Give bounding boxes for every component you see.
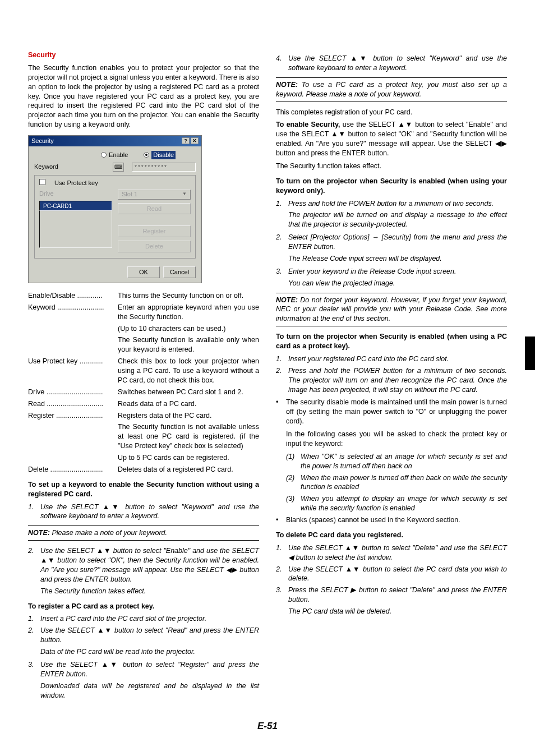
close-icon[interactable]: ✕	[191, 137, 199, 144]
section-title: Security	[28, 50, 259, 60]
titlebar: Security ? ✕	[29, 136, 201, 146]
note-3: NOTE: Do not forget your keyword. Howeve…	[276, 293, 507, 327]
bullet-icon: •	[276, 398, 286, 426]
disable-radio[interactable]: Disable	[144, 151, 186, 159]
note-1: NOTE: Please make a note of your keyword…	[28, 525, 259, 541]
dialog-title: Security	[31, 137, 54, 145]
bullet-icon: •	[276, 515, 286, 525]
slot-dropdown[interactable]: Slot 1 ▼	[118, 190, 191, 200]
keyboard-icon[interactable]: ⌨	[113, 163, 124, 172]
help-icon[interactable]: ?	[182, 137, 190, 144]
turnon-kw-heading: To turn on the projector when Security i…	[276, 177, 507, 196]
definitions: Enable/Disable .............This turns t…	[28, 291, 259, 474]
completes: This completes registration of your PC c…	[276, 108, 507, 117]
drive-label: Drive	[39, 190, 112, 198]
delete-button[interactable]: Delete	[118, 241, 191, 252]
pccard-list[interactable]: PC-CARD1	[39, 201, 112, 211]
keyword-field[interactable]: **********	[132, 163, 196, 172]
page-edge-tab	[525, 336, 535, 370]
enable-para: To enable Security, use the SELECT ▲▼ bu…	[276, 120, 507, 158]
chevron-down-icon: ▼	[182, 191, 187, 197]
setup-heading: To set up a keyword to enable the Securi…	[28, 480, 259, 499]
ok-button[interactable]: OK	[127, 266, 160, 278]
register-button[interactable]: Register	[118, 225, 191, 237]
pccard-listbox[interactable]	[39, 211, 112, 248]
register-heading: To register a PC card as a protect key.	[28, 602, 259, 611]
use-protect-label: Use Protect key	[54, 179, 98, 187]
enable-radio[interactable]: Enable	[101, 151, 128, 159]
page-number: E-51	[28, 720, 507, 733]
cancel-button[interactable]: Cancel	[163, 266, 196, 278]
use-protect-checkbox[interactable]	[39, 179, 49, 187]
intro-text: The Security function enables you to pro…	[28, 63, 259, 130]
right-column: 4.Use the SELECT ▲▼ button to select "Ke…	[276, 50, 507, 703]
read-button[interactable]: Read	[118, 203, 191, 215]
security-dialog: Security ? ✕ Enable Disable Keyword ⌨ **…	[28, 135, 202, 283]
left-column: Security The Security function enables y…	[28, 50, 259, 703]
note-2: NOTE: To use a PC card as a protect key,…	[276, 77, 507, 102]
delete-heading: To delete PC card data you registered.	[276, 531, 507, 540]
keyword-label: Keyword	[34, 163, 107, 171]
turnon-pc-heading: To turn on the projector when Security i…	[276, 332, 507, 351]
